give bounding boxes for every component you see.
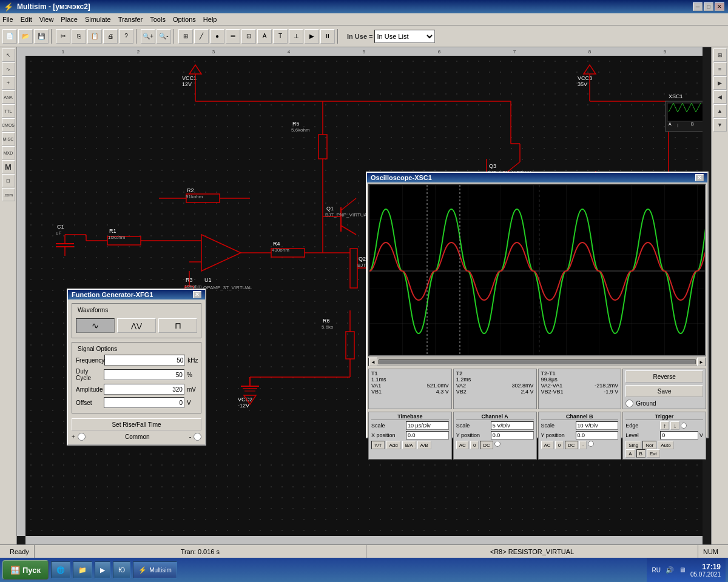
osc-add-button[interactable]: Add [386, 441, 400, 449]
fg-duty-cycle-input[interactable] [104, 369, 184, 380]
tb-conn[interactable]: ⊡ [241, 29, 256, 44]
fg-plus-radio[interactable] [78, 433, 86, 441]
menu-tools[interactable]: Tools [150, 16, 166, 23]
tb-zoom-in[interactable]: 🔍+ [141, 29, 155, 44]
fg-close-button[interactable]: ✕ [193, 291, 201, 298]
scroll-left-arrow[interactable]: ◄ [369, 358, 377, 366]
osc-cha-ypos-input[interactable] [491, 431, 534, 440]
osc-trig-ext-button[interactable]: Ext [647, 449, 660, 458]
osc-ground-radio[interactable] [625, 400, 633, 407]
osc-chb-dc-button[interactable]: DC [565, 441, 578, 449]
fg-frequency-input[interactable] [104, 355, 185, 366]
osc-close-button[interactable]: ✕ [695, 174, 704, 181]
menu-simulate[interactable]: Simulate [85, 16, 111, 23]
osc-auto-button[interactable]: Auto [658, 441, 673, 449]
start-button[interactable]: 🪟 Пуск [2, 560, 49, 580]
lt-indicator[interactable]: ⊡ [2, 174, 15, 187]
fg-offset-input[interactable] [104, 397, 184, 408]
tb-print[interactable]: 🖨 [103, 29, 118, 44]
close-button[interactable]: ✕ [715, 2, 724, 11]
menu-file[interactable]: File [2, 16, 13, 23]
osc-chb-ypos-input[interactable] [576, 431, 619, 440]
osc-trig-a-button[interactable]: A [625, 449, 635, 458]
lt-misc[interactable]: MISC [2, 132, 15, 146]
osc-trig-edge-rise-button[interactable]: ↑ [660, 421, 669, 430]
osc-trig-b-button[interactable]: B [636, 449, 645, 458]
tb-copy[interactable]: ⎘ [72, 29, 86, 44]
osc-cha-radio[interactable] [494, 441, 500, 447]
menu-help[interactable]: Help [203, 16, 217, 23]
fg-triangle-btn[interactable]: ⋀⋁ [117, 318, 156, 333]
osc-chb-minus-button[interactable]: - [579, 441, 587, 449]
tb-zoom-out[interactable]: 🔍- [157, 29, 171, 44]
menu-transfer[interactable]: Transfer [118, 16, 143, 23]
scroll-track[interactable] [379, 360, 696, 364]
lt-cmos[interactable]: CMOS [2, 118, 15, 132]
minimize-button[interactable]: ─ [693, 2, 703, 11]
osc-ba-button[interactable]: B/A [402, 441, 416, 449]
tb-paste[interactable]: 📋 [87, 29, 102, 44]
tb-sim2[interactable]: ⏸ [320, 29, 335, 44]
tb-new[interactable]: 📄 [2, 29, 17, 44]
scroll-right-arrow[interactable]: ► [697, 358, 706, 366]
menu-options[interactable]: Options [173, 16, 196, 23]
osc-yt-button[interactable]: Y/T [371, 441, 385, 449]
taskbar-multisim[interactable]: ⚡ Multisim [133, 561, 177, 578]
osc-tb-scale-input[interactable] [406, 421, 449, 430]
fg-amplitude-input[interactable] [104, 384, 184, 395]
fg-sine-btn[interactable]: ∿ [76, 318, 115, 333]
taskbar-unk[interactable]: Ю [113, 561, 130, 578]
osc-trig-radio[interactable] [681, 423, 687, 429]
tb-open[interactable]: 📂 [18, 29, 33, 44]
lt-m[interactable]: M [2, 160, 15, 173]
rp-btn5[interactable]: ▲ [713, 104, 727, 118]
osc-cha-0-button[interactable]: 0 [470, 441, 479, 449]
rp-btn3[interactable]: ▶ [713, 76, 727, 90]
menu-place[interactable]: Place [61, 16, 78, 23]
osc-scrollbar[interactable]: ◄ ► [368, 358, 706, 366]
osc-cha-scale-input[interactable] [491, 421, 534, 430]
lt-pointer[interactable]: ↖ [2, 48, 15, 62]
fg-set-rise-fall-button[interactable]: Set Rise/Fall Time [72, 418, 201, 430]
rp-btn2[interactable]: ≡ [713, 62, 727, 76]
osc-cha-ac-button[interactable]: AC [456, 441, 469, 449]
taskbar-ie[interactable]: 🌐 [51, 561, 70, 578]
lt-mixed[interactable]: MXD [2, 146, 15, 159]
tb-bus-entry[interactable]: ⊥ [289, 29, 303, 44]
fg-square-btn[interactable]: ⊓ [158, 318, 197, 333]
taskbar-media[interactable]: ▶ [95, 561, 110, 578]
lt-com[interactable]: .com [2, 188, 15, 201]
tb-text[interactable]: T [273, 29, 288, 44]
menu-view[interactable]: View [39, 16, 54, 23]
fg-minus-radio[interactable] [194, 433, 201, 441]
tb-label[interactable]: A [257, 29, 272, 44]
tb-cut[interactable]: ✂ [56, 29, 70, 44]
osc-chb-scale-input[interactable] [576, 421, 619, 430]
osc-ab-button[interactable]: A/B [417, 441, 431, 449]
osc-trig-edge-fall-button[interactable]: ↓ [670, 421, 679, 430]
osc-chb-radio[interactable] [588, 441, 594, 447]
osc-trig-level-input[interactable] [660, 431, 698, 440]
in-use-dropdown[interactable]: In Use List [374, 30, 435, 43]
osc-cha-dc-button[interactable]: DC [480, 441, 493, 449]
osc-tb-xpos-input[interactable] [406, 431, 449, 440]
tb-junction[interactable]: ● [210, 29, 224, 44]
tb-save[interactable]: 💾 [34, 29, 49, 44]
tb-help[interactable]: ? [119, 29, 133, 44]
menu-edit[interactable]: Edit [21, 16, 32, 23]
lt-ttl[interactable]: TTL [2, 104, 15, 118]
rp-btn1[interactable]: ⊞ [713, 48, 727, 62]
tb-sim1[interactable]: ▶ [305, 29, 319, 44]
osc-save-button[interactable]: Save [625, 385, 703, 397]
canvas-area[interactable]: 123456789 [17, 47, 711, 544]
taskbar-explorer[interactable]: 📁 [73, 561, 92, 578]
maximize-button[interactable]: □ [704, 2, 713, 11]
osc-chb-0-button[interactable]: 0 [555, 441, 564, 449]
tb-component[interactable]: ⊞ [178, 29, 193, 44]
rp-btn6[interactable]: ▼ [713, 118, 727, 132]
osc-chb-ac-button[interactable]: AC [541, 441, 554, 449]
osc-sing-button[interactable]: Sing [625, 441, 641, 449]
rp-btn4[interactable]: ◀ [713, 90, 727, 104]
lt-ana[interactable]: ANA [2, 90, 15, 104]
osc-nor-button[interactable]: Nor [642, 441, 656, 449]
